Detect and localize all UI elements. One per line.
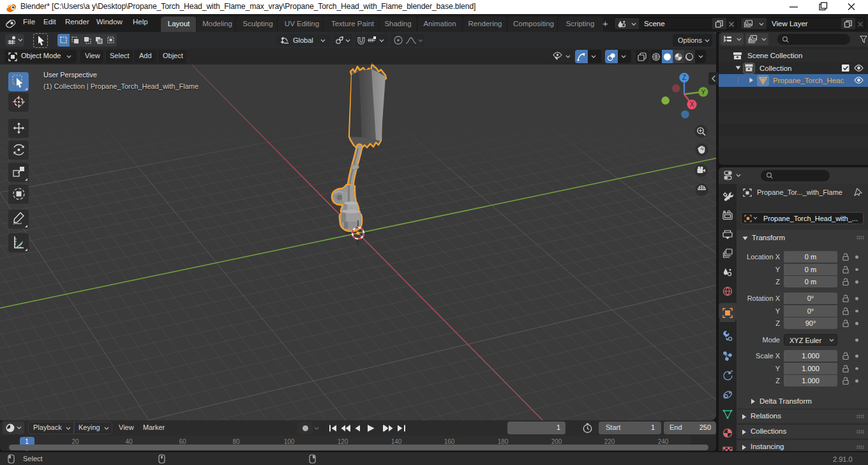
svg-text:X: X [690,101,694,108]
svg-text:Z: Z [682,74,686,81]
svg-text:Y: Y [701,89,706,96]
